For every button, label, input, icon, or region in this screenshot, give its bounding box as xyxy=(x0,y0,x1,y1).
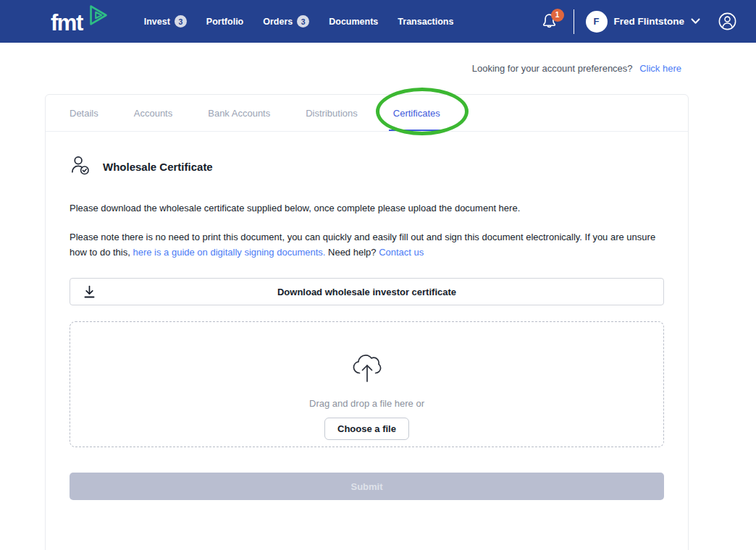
download-arrow-icon xyxy=(83,285,96,301)
dropzone-text: Drag and drop a file here or xyxy=(309,398,424,409)
certificates-panel: Wholesale Certificate Please download th… xyxy=(46,132,688,500)
account-preferences-row: Looking for your account preferences? Cl… xyxy=(472,63,681,74)
notification-count-badge: 1 xyxy=(551,9,564,22)
nav-label: Documents xyxy=(329,17,378,27)
instruction-paragraph-1: Please download the wholesale certificat… xyxy=(70,200,664,216)
profile-outline-icon xyxy=(716,10,739,33)
page-title: Wholesale Certificate xyxy=(103,161,213,173)
tab-accounts[interactable]: Accounts xyxy=(134,95,172,131)
play-triangle-icon xyxy=(85,1,112,32)
nav-badge: 3 xyxy=(297,15,309,28)
chevron-down-icon[interactable] xyxy=(691,18,700,25)
contact-us-link[interactable]: Contact us xyxy=(379,247,424,258)
tab-bar: Details Accounts Bank Accounts Distribut… xyxy=(46,95,688,132)
instruction-paragraph-2: Please note there is no need to print th… xyxy=(70,229,664,260)
paragraph-text: Need help? xyxy=(325,247,379,258)
account-preferences-link[interactable]: Click here xyxy=(639,63,681,74)
download-button-label: Download wholesale investor certificate xyxy=(277,287,456,297)
nav-label: Transactions xyxy=(398,17,453,27)
user-check-icon xyxy=(70,154,92,179)
header-right: 1 F Fred Flintstone xyxy=(540,9,739,34)
tab-certificates[interactable]: Certificates xyxy=(393,95,440,131)
user-name[interactable]: Fred Flintstone xyxy=(614,16,685,27)
nav-item-invest[interactable]: Invest 3 xyxy=(144,15,187,28)
fmt-logo-text: fmt xyxy=(51,12,83,34)
tab-distributions[interactable]: Distributions xyxy=(306,95,358,131)
header-divider xyxy=(574,9,574,34)
top-navigation-bar: fmt Invest 3 Portfolio Orders 3 Docume xyxy=(0,0,756,43)
fmt-logo[interactable]: fmt xyxy=(51,7,112,37)
nav-item-documents[interactable]: Documents xyxy=(329,17,378,27)
page: fmt Invest 3 Portfolio Orders 3 Docume xyxy=(0,0,756,550)
main-nav: Invest 3 Portfolio Orders 3 Documents Tr… xyxy=(144,15,454,28)
submit-button[interactable]: Submit xyxy=(70,473,664,500)
section-heading: Wholesale Certificate xyxy=(70,154,664,179)
digital-signing-guide-link[interactable]: here is a guide on digitally signing doc… xyxy=(133,247,325,258)
download-certificate-button[interactable]: Download wholesale investor certificate xyxy=(70,278,664,305)
nav-label: Invest xyxy=(144,17,170,27)
nav-item-transactions[interactable]: Transactions xyxy=(398,17,453,27)
choose-file-button[interactable]: Choose a file xyxy=(324,418,409,440)
nav-label: Portfolio xyxy=(206,17,243,27)
nav-item-orders[interactable]: Orders 3 xyxy=(263,15,309,28)
nav-label: Orders xyxy=(263,17,293,27)
profile-button[interactable] xyxy=(716,10,739,33)
account-preferences-question: Looking for your account preferences? xyxy=(472,63,633,74)
tab-bank-accounts[interactable]: Bank Accounts xyxy=(208,95,270,131)
nav-badge: 3 xyxy=(175,15,187,28)
user-avatar[interactable]: F xyxy=(586,11,608,33)
tab-details[interactable]: Details xyxy=(70,95,98,131)
notifications-button[interactable]: 1 xyxy=(540,11,559,33)
file-dropzone[interactable]: Drag and drop a file here or Choose a fi… xyxy=(70,321,664,447)
cloud-upload-icon xyxy=(350,348,385,387)
account-card: Details Accounts Bank Accounts Distribut… xyxy=(45,94,689,550)
notification-bell-icon xyxy=(540,21,558,33)
nav-item-portfolio[interactable]: Portfolio xyxy=(206,17,243,27)
